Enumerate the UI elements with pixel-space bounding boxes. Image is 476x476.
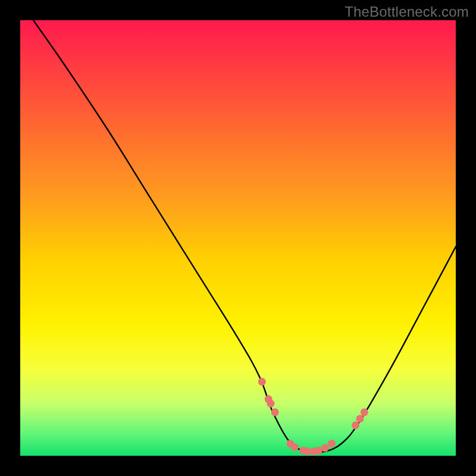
marker-dot	[361, 408, 368, 416]
curve-svg	[20, 20, 456, 456]
marker-dot	[291, 443, 299, 451]
marker-dot	[267, 400, 274, 408]
bottleneck-curve	[33, 20, 456, 453]
marker-dot	[352, 421, 359, 429]
marker-dot	[271, 408, 279, 416]
marker-dot	[321, 444, 329, 452]
marker-dot	[258, 378, 266, 386]
chart-frame: TheBottleneck.com	[0, 0, 476, 476]
marker-dot	[328, 440, 336, 447]
plot-area	[20, 20, 456, 456]
watermark-label: TheBottleneck.com	[345, 4, 469, 20]
marker-dot	[356, 415, 364, 422]
